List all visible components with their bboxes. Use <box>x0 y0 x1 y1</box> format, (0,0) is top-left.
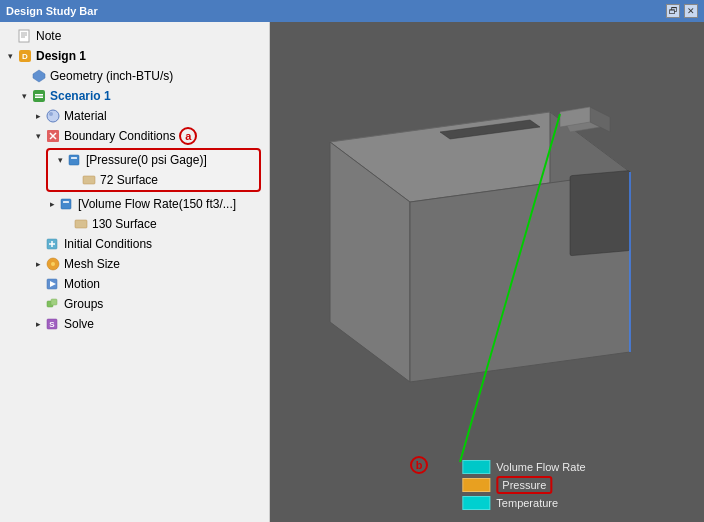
annotation-a: a <box>179 127 197 145</box>
svg-rect-0 <box>19 30 29 42</box>
expand-surface72-icon <box>68 174 80 186</box>
svg-rect-16 <box>71 157 77 159</box>
geometry-label: Geometry (inch-BTU/s) <box>50 69 173 83</box>
viewport: Volume Flow Rate Pressure Temperature b <box>270 22 704 522</box>
material-label: Material <box>64 109 107 123</box>
title-bar-controls: 🗗 ✕ <box>666 4 698 18</box>
design-icon: D <box>17 48 33 64</box>
scenario1-label: Scenario 1 <box>50 89 111 103</box>
note-label: Note <box>36 29 61 43</box>
mesh-icon <box>45 256 61 272</box>
svg-rect-29 <box>51 299 57 305</box>
expand-surface130-icon <box>60 218 72 230</box>
svg-rect-8 <box>35 94 43 96</box>
close-button[interactable]: ✕ <box>684 4 698 18</box>
note-icon <box>17 28 33 44</box>
sidebar-item-note[interactable]: Note <box>0 26 269 46</box>
expand-scenario1-icon[interactable] <box>18 90 30 102</box>
solve-icon: S <box>45 316 61 332</box>
expand-solve-icon[interactable] <box>32 318 44 330</box>
geometry-icon <box>31 68 47 84</box>
pressure-color-swatch <box>462 478 490 492</box>
sidebar-item-geometry[interactable]: Geometry (inch-BTU/s) <box>0 66 269 86</box>
sidebar-item-initial[interactable]: Initial Conditions <box>0 234 269 254</box>
surface130-icon <box>73 216 89 232</box>
boundary-icon <box>45 128 61 144</box>
viewport-svg <box>270 22 704 522</box>
svg-marker-6 <box>33 70 45 82</box>
pressure-label: [Pressure(0 psi Gage)] <box>86 153 207 167</box>
surface72-label: 72 Surface <box>100 173 158 187</box>
sidebar-item-pressure[interactable]: [Pressure(0 psi Gage)] <box>48 150 259 170</box>
expand-motion-icon <box>32 278 44 290</box>
expand-material-icon[interactable] <box>32 110 44 122</box>
sidebar-item-motion[interactable]: Motion <box>0 274 269 294</box>
design1-label: Design 1 <box>36 49 86 63</box>
restore-button[interactable]: 🗗 <box>666 4 680 18</box>
volumeflow-color-swatch <box>462 460 490 474</box>
expand-mesh-icon[interactable] <box>32 258 44 270</box>
expand-geometry-icon <box>18 70 30 82</box>
sidebar-item-material[interactable]: Material <box>0 106 269 126</box>
svg-point-25 <box>51 262 55 266</box>
svg-rect-15 <box>69 155 79 165</box>
legend: Volume Flow Rate Pressure Temperature <box>462 458 585 512</box>
expand-volumeflow-icon[interactable] <box>46 198 58 210</box>
motion-icon <box>45 276 61 292</box>
initial-label: Initial Conditions <box>64 237 152 251</box>
expand-icon <box>4 30 16 42</box>
pressure-legend-label: Pressure <box>496 476 552 494</box>
expand-groups-icon <box>32 298 44 310</box>
svg-rect-41 <box>570 171 630 256</box>
pressure-icon <box>67 152 83 168</box>
mesh-label: Mesh Size <box>64 257 120 271</box>
expand-pressure-icon[interactable] <box>54 154 66 166</box>
svg-text:S: S <box>49 320 55 329</box>
sidebar-item-mesh[interactable]: Mesh Size <box>0 254 269 274</box>
svg-rect-7 <box>33 90 45 102</box>
title-bar: Design Study Bar 🗗 ✕ <box>0 0 704 22</box>
svg-text:D: D <box>22 52 28 61</box>
annotation-b: b <box>410 456 428 474</box>
volumeflow-legend-label: Volume Flow Rate <box>496 461 585 473</box>
surface72-icon <box>81 172 97 188</box>
boundary-label: Boundary Conditions <box>64 129 175 143</box>
legend-item-volumeflow: Volume Flow Rate <box>462 460 585 474</box>
motion-label: Motion <box>64 277 100 291</box>
sidebar-item-solve[interactable]: S Solve <box>0 314 269 334</box>
svg-rect-18 <box>61 199 71 209</box>
volumeflow-icon <box>59 196 75 212</box>
surface130-label: 130 Surface <box>92 217 157 231</box>
groups-icon <box>45 296 61 312</box>
expand-design1-icon[interactable] <box>4 50 16 62</box>
expand-initial-icon <box>32 238 44 250</box>
initial-icon <box>45 236 61 252</box>
sidebar-item-scenario1[interactable]: Scenario 1 <box>0 86 269 106</box>
sidebar: Note D Design 1 Geometry (inch-BTU/s) Sc… <box>0 22 270 522</box>
volumeflow-label: [Volume Flow Rate(150 ft3/...] <box>78 197 236 211</box>
sidebar-item-volumeflow[interactable]: [Volume Flow Rate(150 ft3/...] <box>0 194 269 214</box>
groups-label: Groups <box>64 297 103 311</box>
legend-item-temperature: Temperature <box>462 496 585 510</box>
scenario-icon <box>31 88 47 104</box>
sidebar-item-surface130[interactable]: 130 Surface <box>0 214 269 234</box>
svg-rect-9 <box>35 97 43 99</box>
svg-point-10 <box>47 110 59 122</box>
sidebar-item-surface72[interactable]: 72 Surface <box>48 170 259 190</box>
material-icon <box>45 108 61 124</box>
svg-point-11 <box>49 112 53 116</box>
legend-item-pressure: Pressure <box>462 476 585 494</box>
temperature-legend-label: Temperature <box>496 497 558 509</box>
svg-rect-19 <box>63 201 69 203</box>
sidebar-item-boundary[interactable]: Boundary Conditions a <box>0 126 269 146</box>
svg-rect-17 <box>83 176 95 184</box>
title-bar-title: Design Study Bar <box>6 5 98 17</box>
svg-rect-20 <box>75 220 87 228</box>
temperature-color-swatch <box>462 496 490 510</box>
sidebar-item-design1[interactable]: D Design 1 <box>0 46 269 66</box>
sidebar-item-groups[interactable]: Groups <box>0 294 269 314</box>
expand-boundary-icon[interactable] <box>32 130 44 142</box>
solve-label: Solve <box>64 317 94 331</box>
